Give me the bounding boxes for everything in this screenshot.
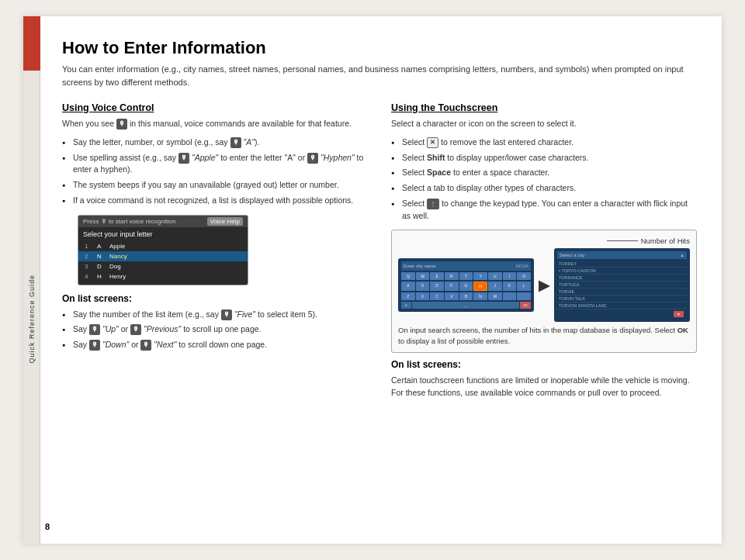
voice-control-title: Using Voice Control	[62, 102, 368, 113]
results-count: ▲	[680, 253, 684, 258]
touchscreen-diagram: Number of Hits Enter city name NOVA Q	[391, 230, 697, 353]
results-screen: Select a city ▲ TORREY • TORYO CANYON TO…	[554, 248, 690, 322]
keyboard-bottom: A ___ OK	[401, 302, 531, 309]
voice-icon-8: 🎙	[140, 340, 151, 351]
ts-bullet-1: Select ✕ to remove the last entered char…	[391, 137, 697, 149]
voice-icon-5: 🎙	[89, 324, 100, 335]
vs-list: 1 A Apple 2 N Nancy 3 D Dog	[78, 240, 248, 285]
bullet-1: Say the letter, number, or symbol (e.g.,…	[62, 137, 368, 149]
vs-help-btn: Voice Help	[207, 217, 243, 226]
on-list-box-right: On list screens: Certain touchscreen fun…	[391, 359, 697, 399]
ts-bullet-4: Select a tab to display other types of c…	[391, 182, 697, 195]
diagram-caption: On input search screens, the number of h…	[398, 325, 690, 346]
voice-icon-1: 🎙	[230, 137, 241, 148]
hits-text: Number of Hits	[641, 237, 690, 245]
backspace-icon: ✕	[427, 137, 438, 148]
voice-screenshot: Press 🎙 to start voice recognition Voice…	[78, 215, 248, 285]
input-screen: Enter city name NOVA Q W E R T Y U	[398, 258, 534, 312]
vs-topbar: Press 🎙 to start voice recognition Voice…	[78, 216, 248, 227]
right-column: Using the Touchscreen Select a character…	[391, 102, 697, 522]
touchscreen-title: Using the Touchscreen	[391, 102, 697, 113]
number-of-hits-label: Number of Hits	[398, 237, 690, 245]
on-list-bullet-2: Say 🎙 "Up" or 🎙 "Previous" to scroll up …	[62, 323, 368, 336]
ok-button[interactable]: ▼	[674, 311, 684, 317]
bullet-4: If a voice command is not recognized, a …	[62, 195, 368, 207]
voice-icon-7: 🎙	[89, 340, 100, 351]
voice-icon-2: 🎙	[178, 153, 189, 164]
page-number: 8	[45, 522, 50, 531]
voice-icon-3: 🎙	[307, 153, 318, 164]
result-3[interactable]: TORRANCE	[557, 275, 687, 282]
diagram-images: Enter city name NOVA Q W E R T Y U	[398, 248, 690, 322]
touchscreen-intro: Select a character or icon on the screen…	[391, 118, 697, 130]
main-content: How to Enter Information You can enter i…	[40, 16, 722, 544]
on-list-desc-right: Certain touchscreen functions are limite…	[391, 375, 697, 399]
results-title: Select a city	[560, 253, 584, 258]
vs-topbar-text: Press 🎙 to start voice recognition	[83, 218, 176, 225]
side-tab: Quick Reference Guide	[23, 16, 40, 544]
vs-prompt: Select your input letter	[78, 227, 248, 240]
page-subtitle: You can enter information (e.g., city na…	[62, 63, 697, 88]
result-2[interactable]: • TORYO CANYON	[557, 268, 687, 275]
result-7[interactable]: TORVON SHASTA LAKE	[557, 302, 687, 309]
left-column: Using Voice Control When you see 🎙 in th…	[62, 102, 368, 522]
keyboard-row3: Z X C V B N M	[401, 292, 531, 300]
shift-label: Shift	[427, 153, 445, 162]
select-label-1: Select	[402, 137, 424, 147]
input-topbar: Enter city name NOVA	[401, 261, 531, 271]
red-bar	[23, 16, 40, 71]
keyboard-row2: A S D F G H J K L	[401, 282, 531, 291]
two-col-layout: Using Voice Control When you see 🎙 in th…	[62, 102, 697, 522]
bullet-3: The system beeps if you say an unavailab…	[62, 179, 368, 192]
keypad-icon: ⋮	[427, 199, 439, 209]
result-4[interactable]: TORTUGA	[557, 282, 687, 289]
page-container: Quick Reference Guide How to Enter Infor…	[23, 16, 722, 544]
result-5[interactable]: TORVIE	[557, 289, 687, 296]
space-label: Space	[427, 168, 451, 177]
on-list-bullet-3: Say 🎙 "Down" or 🎙 "Next" to scroll down …	[62, 339, 368, 351]
bullet-2: Use spelling assist (e.g., say 🎙 "Apple"…	[62, 152, 368, 177]
on-list-title-left: On list screens:	[62, 293, 368, 304]
vs-item-1: 1 A Apple	[78, 241, 248, 251]
voice-icon: 🎙	[116, 119, 127, 130]
ts-bullet-3: Select Space to enter a space character.	[391, 167, 697, 179]
result-1[interactable]: TORREY	[557, 261, 687, 268]
voice-bullets: Say the letter, number, or symbol (e.g.,…	[62, 137, 368, 207]
results-topbar: Select a city ▲	[557, 251, 687, 259]
page-title: How to Enter Information	[62, 38, 697, 58]
on-list-title-right: On list screens:	[391, 359, 697, 370]
diagram-arrow: ▶	[539, 277, 549, 294]
result-6[interactable]: TORVN TALK	[557, 296, 687, 302]
side-tab-text: Quick Reference Guide	[28, 275, 36, 364]
ts-bullet-2: Select Shift to display upper/lower case…	[391, 152, 697, 164]
hits-label-row: Number of Hits	[398, 237, 690, 245]
voice-icon-6: 🎙	[130, 324, 141, 335]
hits-line-left	[607, 240, 638, 241]
hits-count: NOVA	[515, 264, 528, 268]
ok-label: OK	[677, 326, 688, 334]
voice-control-intro: When you see 🎙 in this manual, voice com…	[62, 118, 368, 130]
on-list-bullets-left: Say the number of the list item (e.g., s…	[62, 309, 368, 351]
vs-item-3: 3 D Dog	[78, 261, 248, 271]
keyboard-row1: Q W E R T Y U I O	[401, 272, 531, 280]
voice-icon-4: 🎙	[221, 309, 232, 320]
vs-item-4: 4 H Henry	[78, 271, 248, 282]
ts-bullet-5: Select ⋮ to change the keypad type. You …	[391, 198, 697, 223]
touchscreen-bullets: Select ✕ to remove the last entered char…	[391, 137, 697, 223]
ok-row: ▼	[557, 309, 687, 319]
vs-item-2: 2 N Nancy	[78, 251, 248, 261]
on-list-bullet-1: Say the number of the list item (e.g., s…	[62, 309, 368, 321]
